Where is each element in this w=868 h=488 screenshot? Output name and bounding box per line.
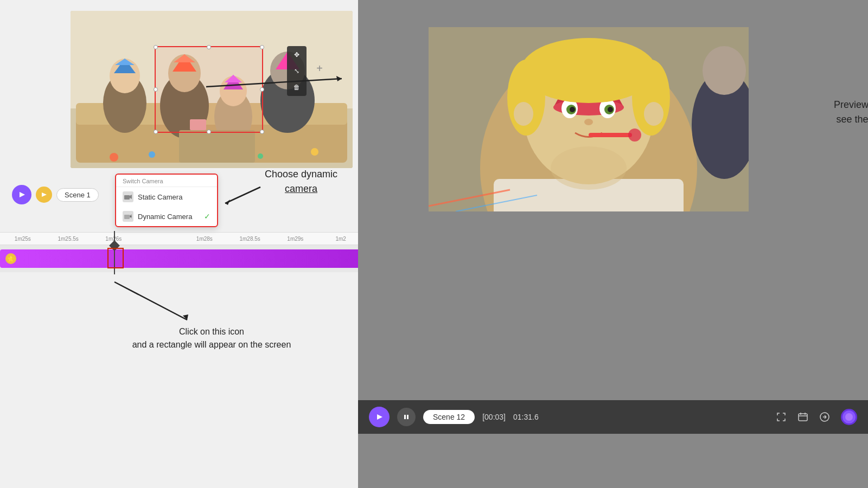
dynamic-camera-label: Dynamic Camera [138, 213, 192, 221]
svg-point-56 [608, 107, 613, 112]
handle-br[interactable] [260, 130, 264, 134]
dynamic-camera-option[interactable]: Dynamic Camera ✓ [116, 207, 217, 226]
add-icon[interactable]: + [316, 62, 323, 75]
timeline-controls: Scene 1 [5, 183, 105, 207]
preview-play-icon [375, 413, 383, 421]
dynamic-camera-icon [123, 211, 133, 222]
svg-marker-37 [183, 314, 188, 320]
playhead-highlight [107, 248, 124, 268]
svg-line-36 [114, 282, 187, 320]
svg-point-57 [584, 119, 593, 125]
preview-annotation: Preview to see the zoom effect to see th… [803, 98, 868, 142]
handle-bl[interactable] [154, 130, 158, 134]
preview-toolbar-icons [776, 409, 857, 425]
handle-ml[interactable] [154, 87, 158, 92]
svg-marker-28 [130, 195, 132, 199]
svg-point-23 [311, 148, 318, 156]
svg-line-34 [225, 187, 260, 203]
preview-line3: and focus [803, 127, 868, 142]
ruler-tick-2: 1m25.5s [46, 236, 91, 242]
preview-pause-icon [403, 414, 410, 420]
svg-rect-72 [407, 415, 409, 419]
click-icon-annotation: Click on this icon and a rectangle will … [98, 325, 326, 351]
static-camera-option[interactable]: Static Camera [116, 187, 217, 207]
handle-tm[interactable] [207, 45, 211, 49]
download-icon[interactable] [776, 412, 787, 422]
track-icon-star: ⭐ [5, 253, 16, 264]
calendar-icon[interactable] [797, 412, 808, 422]
click-icon-line2: and a rectangle will appear on the scree… [98, 338, 326, 351]
record-inner-dot [845, 413, 853, 421]
click-icon-line1: Click on this icon [98, 325, 326, 338]
svg-marker-35 [225, 200, 230, 205]
switch-camera-menu: Switch Camera Static Camera Dynamic Came… [115, 174, 218, 227]
checkmark-icon: ✓ [204, 212, 210, 221]
handle-mr[interactable] [260, 87, 264, 92]
resize-icon[interactable]: ⤡ [290, 65, 303, 78]
ruler-tick-7: 1m29s [273, 236, 318, 242]
play-yellow-button[interactable] [36, 187, 52, 203]
scene-label: Scene 1 [56, 188, 99, 202]
svg-marker-26 [42, 192, 47, 197]
share-icon[interactable] [819, 412, 830, 422]
svg-rect-29 [124, 215, 130, 219]
svg-point-64 [644, 102, 663, 126]
zoom-selection-rect[interactable] [155, 46, 263, 133]
video-toolbar: ✥ ⤡ 🗑 [287, 46, 307, 96]
ruler-tick-8: 1m2 [318, 236, 363, 242]
choose-dynamic-line2: camera [265, 182, 337, 196]
svg-point-63 [514, 102, 533, 126]
svg-point-21 [110, 153, 118, 162]
handle-tl[interactable] [154, 45, 158, 49]
choose-dynamic-annotation: Choose dynamic camera [265, 167, 337, 196]
move-icon[interactable]: ✥ [290, 48, 303, 61]
svg-rect-71 [404, 415, 406, 419]
static-camera-icon [123, 191, 133, 202]
static-camera-label: Static Camera [138, 193, 182, 201]
right-panel: Preview to see the zoom effect to see th… [358, 0, 868, 488]
svg-point-55 [570, 107, 575, 112]
timeline-ruler: 1m25s 1m25.5s 1m26s 1m28s 1m28.5s 1m29s … [0, 232, 363, 245]
svg-point-24 [258, 153, 263, 159]
switch-camera-header: Switch Camera [116, 175, 217, 187]
delete-icon[interactable]: 🗑 [290, 81, 303, 94]
preview-line1: Preview to see the zoom effect to [803, 98, 868, 112]
handle-tr[interactable] [260, 45, 264, 49]
svg-rect-58 [589, 133, 632, 137]
ruler-tick-1: 1m25s [0, 236, 46, 242]
choose-dynamic-line1: Choose dynamic [265, 167, 337, 182]
video-preview: ✥ ⤡ 🗑 + [71, 11, 353, 168]
preview-scene-label: Scene 12 [423, 410, 475, 424]
camera-svg [124, 194, 132, 200]
preview-pause-button[interactable] [397, 408, 416, 426]
record-button[interactable] [841, 409, 857, 425]
svg-point-65 [551, 146, 627, 190]
svg-marker-70 [377, 414, 382, 420]
play-button[interactable] [12, 185, 31, 204]
svg-rect-27 [124, 195, 130, 200]
dynamic-camera-svg [124, 214, 132, 219]
svg-point-59 [628, 129, 641, 142]
svg-marker-25 [20, 192, 25, 197]
ruler-tick-6: 1m28.5s [227, 236, 273, 242]
play-icon [18, 191, 25, 198]
handle-bm[interactable] [207, 130, 211, 134]
svg-point-31 [130, 216, 132, 217]
svg-point-22 [149, 151, 155, 158]
preview-video-window [429, 27, 749, 211]
preview-play-button[interactable] [369, 407, 390, 427]
preview-line2: see the zoom slowly cut through [803, 112, 868, 127]
preview-scene-svg [429, 27, 749, 211]
timeline-track: ⭐ [0, 245, 363, 272]
preview-total-duration: 01:31.6 [513, 413, 539, 421]
svg-point-67 [703, 46, 746, 95]
preview-current-time: [00:03] [482, 413, 506, 421]
left-panel: ✥ ⤡ 🗑 + Drag this rectangle on the part … [0, 0, 363, 488]
play-yellow-icon [41, 191, 47, 198]
track-bar-purple [0, 249, 363, 268]
ruler-tick-5: 1m28s [182, 236, 227, 242]
svg-rect-73 [799, 414, 807, 421]
svg-rect-19 [179, 130, 255, 163]
preview-playback-bar: Scene 12 [00:03] 01:31.6 [358, 400, 868, 434]
